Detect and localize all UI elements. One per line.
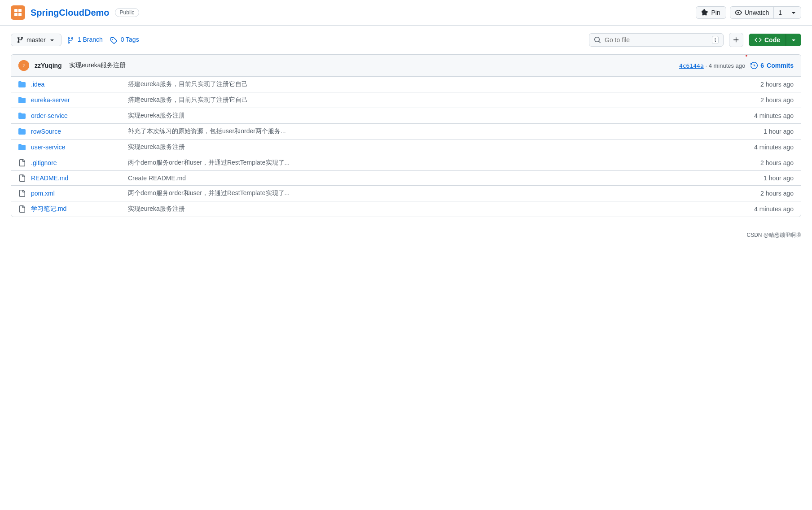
branch-selector[interactable]: master [11,34,61,46]
header-actions: Pin Unwatch 1 [696,6,802,19]
file-commit-link[interactable]: 搭建eureka服务，目前只实现了注册它自己 [128,96,248,103]
commit-author[interactable]: zzYuqing [35,62,62,69]
file-name: rowSource [31,128,121,135]
file-commit-link[interactable]: 两个demo服务order和user，并通过RestTemplate实现了... [128,189,290,196]
history-icon [751,62,758,69]
file-commit-message: 搭建eureka服务，目前只实现了注册它自己 [121,80,740,88]
file-time: 2 hours ago [740,96,794,104]
file-name-link[interactable]: .gitignore [31,159,57,166]
tag-icon [110,37,117,44]
unwatch-main[interactable]: Unwatch [730,7,774,18]
file-commit-link[interactable]: Create README.md [128,174,186,182]
eye-icon [735,9,742,16]
avatar-image: z [18,60,29,71]
file-name-link[interactable]: order-service [31,112,68,119]
table-row: eureka-server 搭建eureka服务，目前只实现了注册它自己 2 h… [11,92,801,108]
svg-text:z: z [22,63,25,68]
search-keyboard-shortcut: t [712,36,719,44]
file-name-link[interactable]: README.md [31,174,68,182]
page-header: SpringCloudDemo Public Pin Unwatch 1 [0,0,812,26]
commit-hash-separator: · [705,62,708,69]
toolbar: master 1 Branch 0 Tags t [0,26,812,54]
file-time: 2 hours ago [740,81,794,88]
table-row: README.md Create README.md 1 hour ago [11,171,801,186]
svg-rect-1 [18,9,22,12]
file-table: z zzYuqing 实现eureka服务注册 4c6144a · 4 minu… [11,54,801,217]
code-main-button[interactable]: Code [749,34,786,46]
file-commit-message: 两个demo服务order和user，并通过RestTemplate实现了... [121,189,740,197]
file-commit-link[interactable]: 两个demo服务order和user，并通过RestTemplate实现了... [128,159,290,166]
plus-icon [733,36,740,44]
file-commit-message: 搭建eureka服务，目前只实现了注册它自己 [121,96,740,104]
pin-icon [702,9,709,16]
svg-rect-2 [14,13,18,16]
chevron-down-icon [48,36,56,44]
unwatch-dropdown-arrow[interactable] [786,7,801,18]
file-icon [18,174,31,182]
file-name: eureka-server [31,96,121,104]
add-file-button[interactable] [729,33,743,47]
code-label: Code [764,36,780,44]
file-time: 4 minutes ago [740,112,794,119]
file-commit-message: 实现eureka服务注册 [121,205,740,213]
footer-text: CSDN @晴愁蹦里啊啦 [746,232,801,238]
branch-info: 1 Branch 0 Tags [67,36,139,44]
file-commit-message: 实现eureka服务注册 [121,112,740,120]
branch-count-icon [67,37,74,44]
folder-icon [18,144,31,151]
unwatch-count[interactable]: 1 [774,7,786,18]
file-name: README.md [31,174,121,182]
folder-icon [18,128,31,135]
file-commit-link[interactable]: 实现eureka服务注册 [128,112,185,119]
chevron-down-icon [790,36,797,44]
file-name: .idea [31,81,121,88]
file-name-link[interactable]: rowSource [31,128,61,135]
commits-label: Commits [767,62,794,69]
file-time: 2 hours ago [740,159,794,166]
file-commit-message: 补充了本次练习的原始资源，包括user和order两个服务... [121,127,740,135]
search-box[interactable]: t [589,33,724,47]
folder-icon [18,96,31,104]
table-row: 学习笔记.md 实现eureka服务注册 4 minutes ago [11,201,801,217]
file-commit-link[interactable]: 补充了本次练习的原始资源，包括user和order两个服务... [128,127,286,135]
pin-button[interactable]: Pin [696,6,726,19]
file-name-link[interactable]: pom.xml [31,190,55,197]
branch-label: Branch [83,36,102,43]
folder-icon [18,112,31,119]
search-icon [594,36,601,44]
table-row: order-service 实现eureka服务注册 4 minutes ago [11,108,801,124]
table-row: user-service 实现eureka服务注册 4 minutes ago [11,139,801,155]
code-dropdown-arrow[interactable] [786,34,801,46]
commit-hash-link[interactable]: 4c6144a [679,62,704,69]
unwatch-button[interactable]: Unwatch 1 [730,6,801,19]
file-time: 1 hour ago [740,174,794,182]
repo-logo [11,5,25,20]
file-name-link[interactable]: eureka-server [31,96,70,104]
commits-link[interactable]: 6 Commits [751,62,794,69]
repo-name[interactable]: SpringCloudDemo [31,8,110,18]
file-name-link[interactable]: 学习笔记.md [31,205,66,212]
table-row: .idea 搭建eureka服务，目前只实现了注册它自己 2 hours ago [11,77,801,92]
file-name: order-service [31,112,121,119]
commits-count: 6 [760,62,764,69]
file-commit-message: 实现eureka服务注册 [121,143,740,151]
branch-name: master [26,36,46,44]
search-input[interactable] [605,36,708,44]
branch-count-link[interactable]: 1 Branch [67,36,103,44]
commit-hash: 4c6144a · 4 minutes ago [679,62,745,69]
file-name: 学习笔记.md [31,205,121,213]
page-footer: CSDN @晴愁蹦里啊啦 [0,228,812,243]
file-name-link[interactable]: .idea [31,81,44,88]
pin-label: Pin [711,9,720,16]
tag-count-link[interactable]: 0 Tags [110,36,139,44]
branch-icon [17,36,24,44]
visibility-badge: Public [115,8,140,17]
svg-rect-3 [18,13,22,16]
file-commit-link[interactable]: 实现eureka服务注册 [128,143,185,150]
file-commit-link[interactable]: 实现eureka服务注册 [128,205,185,212]
chevron-down-icon [790,9,797,16]
commit-message: 实现eureka服务注册 [69,61,126,70]
code-button[interactable]: Code [749,34,801,46]
file-commit-link[interactable]: 搭建eureka服务，目前只实现了注册它自己 [128,80,248,87]
file-name-link[interactable]: user-service [31,144,65,151]
